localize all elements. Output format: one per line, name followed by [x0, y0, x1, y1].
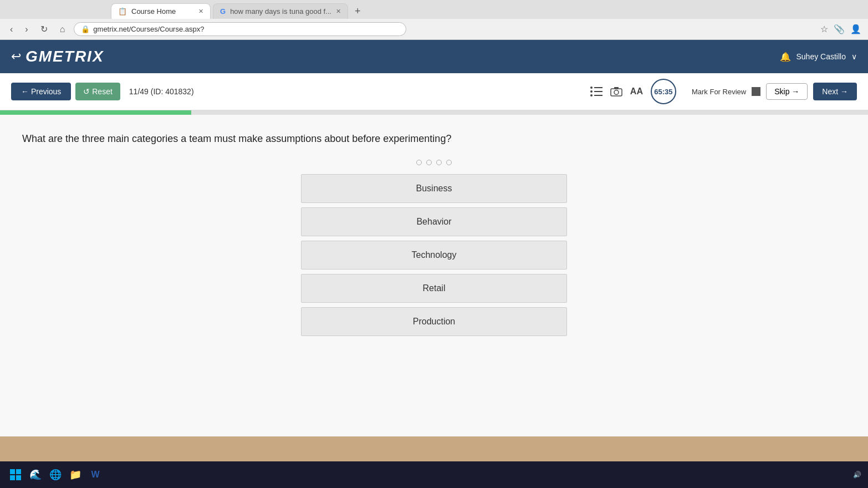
progress-bar-container — [0, 110, 868, 115]
mark-review-checkbox[interactable] — [752, 87, 760, 96]
taskbar-chrome-icon[interactable]: 🌐 — [47, 466, 64, 484]
svg-point-4 — [590, 90, 593, 93]
tab-close-button[interactable]: ✕ — [198, 8, 203, 15]
windows-icon — [10, 469, 21, 480]
answer-option-business[interactable]: Business — [301, 174, 567, 203]
system-tray-icons: 🔊 — [853, 471, 861, 479]
answer-option-technology[interactable]: Technology — [301, 241, 567, 270]
browser-chrome: 📋 Course Home ✕ G how many days is tuna … — [0, 0, 868, 40]
taskbar-edge-icon[interactable]: 🌊 — [27, 466, 44, 484]
previous-button[interactable]: ← Previous — [11, 83, 71, 100]
collections-icon[interactable]: 📎 — [834, 24, 845, 34]
taskbar-system-tray: 🔊 — [853, 471, 861, 479]
toolbar-icons: AA 65:35 — [590, 79, 676, 104]
tab-bar: 📋 Course Home ✕ G how many days is tuna … — [0, 0, 868, 19]
tab-favicon: 📋 — [118, 7, 127, 16]
list-icon — [590, 87, 603, 96]
question-text: What are the three main categories a tea… — [22, 131, 846, 146]
font-size-icon-button[interactable]: AA — [630, 87, 643, 96]
back-button[interactable]: ‹ — [7, 23, 16, 35]
svg-rect-12 — [16, 475, 21, 480]
url-text: gmetrix.net/Courses/Course.aspx? — [93, 25, 204, 33]
mark-review-label: Mark For Review — [692, 88, 746, 96]
user-name: Suhey Castillo — [796, 52, 846, 61]
tab-tuna-search[interactable]: G how many days is tuna good f... ✕ — [213, 3, 348, 19]
forward-button[interactable]: › — [22, 23, 31, 35]
tab-favicon-google: G — [220, 7, 226, 16]
tab-label: Course Home — [131, 7, 176, 16]
main-content: What are the three main categories a tea… — [0, 115, 868, 436]
logo-area: ↩ GMETRIX — [11, 48, 104, 65]
dot-4 — [446, 160, 452, 165]
progress-bar-fill — [0, 110, 191, 115]
tab-course-home[interactable]: 📋 Course Home ✕ — [111, 3, 211, 19]
app-header: ↩ GMETRIX 🔔 Suhey Castillo ∨ — [0, 40, 868, 73]
reset-button[interactable]: ↺ Reset — [75, 83, 120, 100]
toolbar: ← Previous ↺ Reset 11/49 (ID: 401832) — [0, 73, 868, 110]
question-counter: 11/49 (ID: 401832) — [129, 87, 194, 96]
svg-rect-11 — [10, 475, 15, 480]
profile-icon[interactable]: 👤 — [850, 24, 861, 34]
start-button[interactable] — [7, 466, 24, 484]
skip-button[interactable]: Skip → — [766, 83, 808, 100]
tab-close-button-2[interactable]: ✕ — [336, 8, 341, 15]
header-right: 🔔 Suhey Castillo ∨ — [780, 52, 857, 62]
lock-icon: 🔒 — [81, 25, 90, 33]
user-dropdown-icon[interactable]: ∨ — [851, 52, 857, 61]
aa-icon: AA — [630, 87, 643, 96]
svg-point-7 — [614, 90, 619, 95]
address-bar[interactable]: 🔒 gmetrix.net/Courses/Course.aspx? — [74, 22, 406, 36]
timer-display: 65:35 — [651, 79, 676, 104]
taskbar: 🌊 🌐 📁 W 🔊 — [0, 461, 868, 488]
dot-1 — [416, 160, 422, 165]
new-tab-button[interactable]: + — [350, 6, 365, 17]
notification-bell-icon[interactable]: 🔔 — [780, 52, 791, 62]
logo-text: GMETRIX — [25, 48, 104, 65]
dot-2 — [426, 160, 432, 165]
camera-icon — [610, 87, 622, 96]
svg-rect-1 — [594, 91, 603, 92]
dot-3 — [436, 160, 442, 165]
logo-arrow-icon: ↩ — [11, 49, 21, 64]
svg-point-5 — [590, 94, 593, 96]
camera-icon-button[interactable] — [610, 87, 622, 96]
browser-icons-area: ☆ 📎 👤 — [820, 24, 861, 34]
answer-option-production[interactable]: Production — [301, 307, 567, 336]
svg-rect-2 — [594, 95, 603, 96]
taskbar-folder-icon[interactable]: 📁 — [67, 466, 84, 484]
next-button[interactable]: Next → — [813, 83, 857, 100]
svg-rect-9 — [10, 469, 15, 474]
dots-row — [416, 160, 452, 165]
svg-rect-0 — [594, 87, 603, 88]
home-button[interactable]: ⌂ — [57, 23, 69, 35]
tab-label-2: how many days is tuna good f... — [230, 7, 331, 16]
refresh-button[interactable]: ↻ — [37, 23, 51, 35]
svg-rect-8 — [614, 87, 619, 89]
app-container: ↩ GMETRIX 🔔 Suhey Castillo ∨ ← Previous … — [0, 40, 868, 436]
address-bar-row: ‹ › ↻ ⌂ 🔒 gmetrix.net/Courses/Course.asp… — [0, 19, 868, 39]
answer-option-retail[interactable]: Retail — [301, 274, 567, 303]
toolbar-right-actions: Mark For Review Skip → Next → — [692, 83, 857, 100]
answer-options: Business Behavior Technology Retail Prod… — [301, 174, 567, 336]
list-icon-button[interactable] — [590, 87, 603, 96]
svg-point-3 — [590, 87, 593, 89]
taskbar-word-icon[interactable]: W — [86, 466, 104, 484]
answer-area: Business Behavior Technology Retail Prod… — [22, 160, 846, 336]
star-icon[interactable]: ☆ — [820, 24, 828, 34]
answer-option-behavior[interactable]: Behavior — [301, 207, 567, 236]
svg-rect-10 — [16, 469, 21, 474]
